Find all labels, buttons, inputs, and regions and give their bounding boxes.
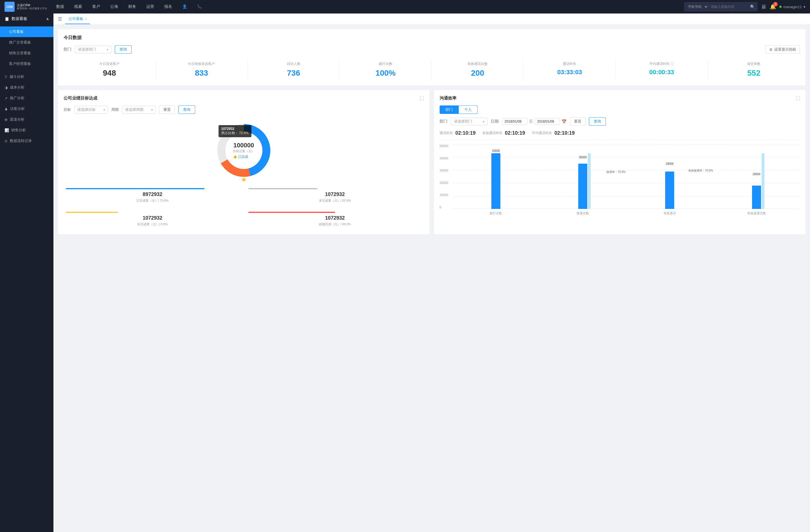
top-navigation: CRM 云朵CRM 教育机构一站式服务云平台 数据 线索 客户 公海 财务 运营… (0, 0, 810, 14)
dept-select[interactable]: 请选择部门 ▾ (75, 46, 111, 53)
notification-icon[interactable]: 🔔 5 (770, 4, 776, 10)
target-query-btn[interactable]: 查询 (178, 105, 195, 114)
metric-effective-calls-label: 有效通话次数 (433, 62, 522, 66)
date-from-input[interactable] (502, 118, 527, 125)
target-expand-icon[interactable]: ⛶ (420, 96, 424, 101)
nav-right: 手机号码 🔍 🖥 🔔 5 manager11 ▾ (684, 2, 806, 11)
donut-center: 100000 目标总量（元） 👍 已达成 (233, 142, 255, 159)
search-button[interactable]: 🔍 (748, 4, 757, 9)
completed-desc: 已完成量（元）| 70.9% (66, 199, 239, 203)
should-complete-value: 1072932 (66, 215, 239, 221)
logo-text: 云朵CRM 教育机构一站式服务云平台 (17, 3, 47, 11)
promotion-icon: ↗ (4, 96, 7, 100)
settings-btn-label: 设置显示指标 (774, 47, 796, 52)
sidebar-item-sales-analysis[interactable]: 📊 销售分析 (0, 125, 53, 135)
bar-connect-label: 35000 (579, 156, 587, 159)
y-label-10000: 10000 (440, 193, 453, 197)
sidebar-item-promotion[interactable]: 推广主管看板 (0, 37, 53, 48)
target-filter-label: 目标 (64, 107, 71, 112)
date-to-input[interactable] (535, 118, 560, 125)
sidebar-item-funnel[interactable]: ▽ 漏斗分析 (0, 71, 53, 82)
nav-phone-icon[interactable]: 📞 (195, 3, 204, 11)
bar-group-effective-connect: 18000 (713, 144, 800, 209)
sidebar-item-company[interactable]: 公司看板 (0, 27, 53, 37)
tab-company-dashboard[interactable]: 公司看板 × (65, 14, 90, 24)
tab-close-icon[interactable]: × (85, 17, 87, 20)
nav-operations[interactable]: 运营 (144, 3, 156, 11)
sidebar-item-cost[interactable]: ◑ 成本分析 (0, 82, 53, 93)
period-select[interactable]: 请选择周期 ▾ (122, 106, 156, 114)
x-label-dial: 拨打次数 (453, 211, 539, 215)
metric-exceeded: 1072932 超额完成（元）| 89.9% (246, 210, 424, 229)
bar-effective-blue (665, 171, 674, 209)
metric-revisit: 回访人数 736 (248, 59, 340, 80)
comm-duration-label: 通话时长 (440, 131, 453, 135)
sidebar-item-data-flow[interactable]: ⊙ 数据流转记录 (0, 135, 53, 146)
tooltip-ratio-label: 所占比例： (221, 131, 238, 135)
sidebar-dashboard-header[interactable]: 📋 数据看板 ∧ (0, 14, 53, 24)
bar-dial-label: 43000 (492, 149, 500, 152)
nav-finance[interactable]: 财务 (126, 3, 139, 11)
dept-select-placeholder: 请选择部门 (78, 47, 96, 52)
donut-container: 100000 目标总量（元） 👍 已达成 1072932 所占比例： (213, 119, 275, 181)
nav-public-sea[interactable]: 公海 (108, 3, 120, 11)
nav-data[interactable]: 数据 (54, 3, 66, 11)
tab-menu-icon[interactable]: ☰ (58, 16, 62, 22)
comm-card-title: 沟通效率 (440, 96, 456, 101)
target-reset-btn[interactable]: 重置 (159, 105, 175, 114)
comm-reset-btn[interactable]: 重置 (570, 117, 586, 126)
comm-dept-select[interactable]: 请选择部门 ▾ (451, 118, 487, 126)
today-data-title: 今日数据 (64, 35, 800, 41)
comm-tab-person[interactable]: 个人 (459, 105, 477, 114)
x-label-connect: 接通次数 (539, 211, 626, 215)
sidebar-item-account[interactable]: 客户经理看板 (0, 59, 53, 69)
target-select[interactable]: 请选择目标 ▾ (74, 106, 108, 114)
funnel-label: 漏斗分析 (10, 74, 24, 79)
target-metrics-grid: 8972932 已完成量（元）| 70.9% 1072932 未完成量（元）| … (64, 186, 424, 229)
today-query-btn[interactable]: 查询 (115, 45, 132, 54)
comm-expand-icon[interactable]: ⛶ (796, 96, 800, 101)
donut-tooltip: 1072932 所占比例： 70.9% (218, 125, 252, 137)
monitor-icon[interactable]: 🖥 (761, 4, 766, 10)
nav-person-icon[interactable]: 👤 (180, 3, 189, 11)
comm-query-btn[interactable]: 查询 (589, 117, 606, 126)
comm-effective-label: 有效通话时长 (482, 131, 503, 135)
search-type-select[interactable]: 手机号码 (684, 4, 709, 9)
sidebar-item-sales[interactable]: 销售主管看板 (0, 48, 53, 59)
promotion-label: 推广分析 (10, 96, 25, 101)
exceeded-bar (248, 212, 335, 213)
x-label-effective: 有效通话 (626, 211, 713, 215)
metric-call-duration-value: 03:33:03 (525, 69, 614, 76)
comm-tab-dept[interactable]: 部门 (440, 105, 459, 114)
tooltip-value: 1072932 (221, 127, 249, 131)
calendar-icon[interactable]: 📅 (562, 119, 566, 124)
search-input[interactable] (709, 5, 748, 9)
nav-leads[interactable]: 线索 (72, 3, 84, 11)
funnel-icon: ▽ (4, 75, 7, 79)
annotation-connect-rate: 接通率：70.9% (606, 170, 626, 174)
exceeded-desc: 超额完成（元）| 89.9% (248, 222, 422, 226)
comm-dept-arrow: ▾ (483, 120, 484, 123)
sidebar-item-promotion-analysis[interactable]: ↗ 推广分析 (0, 93, 53, 103)
sidebar-item-visitor[interactable]: ♟ 访客分析 (0, 103, 53, 114)
comm-stat-effective: 有效通话时长 02:10:19 (482, 130, 525, 136)
sales-analysis-icon: 📊 (4, 128, 9, 132)
settings-display-btn[interactable]: ⚙ 设置显示指标 (765, 45, 800, 54)
metric-should-complete: 1072932 应完成量（元）| 8.9% (64, 210, 242, 229)
sidebar-collapse-icon[interactable]: ∧ (46, 17, 49, 21)
target-card-title: 公司业绩目标达成 (64, 96, 97, 101)
nav-enrollment[interactable]: 报名 (162, 3, 174, 11)
should-complete-desc: 应完成量（元）| 8.9% (66, 222, 239, 226)
exceeded-value: 1072932 (248, 215, 422, 221)
metric-avg-duration-label: 平均通话时长 ⓘ (617, 62, 707, 66)
user-info[interactable]: manager11 ▾ (779, 5, 806, 9)
comm-efficiency-card: 沟通效率 ⛶ 部门 个人 部门 请选择部门 ▾ 日期 (434, 90, 806, 234)
period-select-placeholder: 请选择周期 (125, 107, 143, 112)
target-select-placeholder: 请选择目标 (77, 107, 96, 112)
visitor-label: 访客分析 (10, 106, 25, 111)
settings-icon: ⚙ (769, 48, 773, 52)
nav-customers[interactable]: 客户 (90, 3, 102, 11)
sidebar-item-channel[interactable]: ⊕ 渠道分析 (0, 114, 53, 125)
nav-items: 数据 线索 客户 公海 财务 运营 报名 👤 📞 (54, 3, 678, 11)
period-filter-label: 周期 (111, 107, 119, 112)
